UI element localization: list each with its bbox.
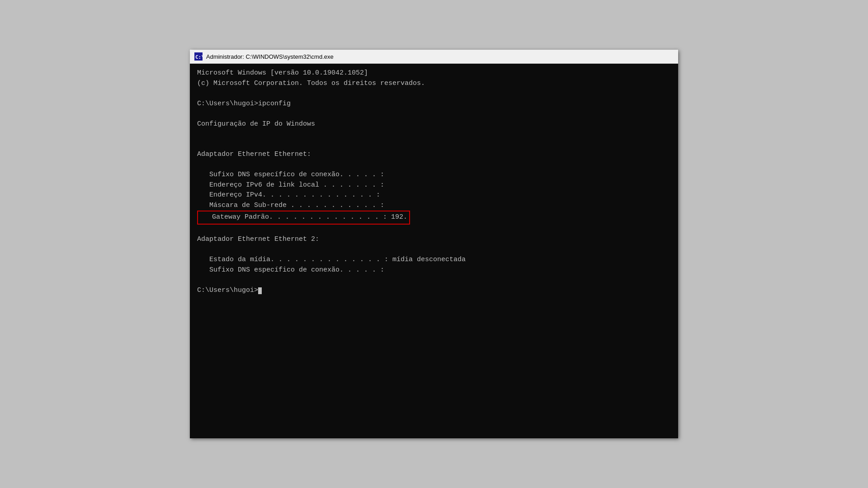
terminal-body[interactable]: Microsoft Windows [versão 10.0.19042.105… (190, 64, 678, 438)
terminal-line: Adaptador Ethernet Ethernet: (197, 150, 671, 160)
terminal-line: Gateway Padrão. . . . . . . . . . . . . … (197, 211, 671, 225)
terminal-line (197, 245, 671, 255)
terminal-line: Endereço IPv6 de link local . . . . . . … (197, 180, 671, 191)
terminal-line: Configuração de IP do Windows (197, 119, 671, 130)
window-title: Administrador: C:\WINDOWS\system32\cmd.e… (206, 53, 334, 60)
terminal-line (197, 160, 671, 170)
terminal-line: C:\Users\hugoi>ipconfig (197, 99, 671, 109)
svg-text:C:\: C:\ (195, 54, 203, 60)
terminal-line (197, 89, 671, 99)
cmd-window: C:\ Administrador: C:\WINDOWS\system32\c… (190, 50, 678, 438)
terminal-line (197, 275, 671, 286)
terminal-line: Endereço IPv4. . . . . . . . . . . . . .… (197, 190, 671, 201)
terminal-line: Sufixo DNS específico de conexão. . . . … (197, 170, 671, 180)
terminal-line: Adaptador Ethernet Ethernet 2: (197, 235, 671, 245)
terminal-line: C:\Users\hugoi> (197, 286, 671, 296)
terminal-line (197, 225, 671, 235)
terminal-line: Máscara de Sub-rede . . . . . . . . . . … (197, 201, 671, 211)
terminal-line (197, 129, 671, 140)
terminal-line: Sufixo DNS específico de conexão. . . . … (197, 265, 671, 276)
cmd-icon: C:\ (194, 52, 203, 61)
terminal-line: Microsoft Windows [versão 10.0.19042.105… (197, 68, 671, 79)
terminal-line (197, 140, 671, 150)
highlighted-gateway-line: Gateway Padrão. . . . . . . . . . . . . … (197, 211, 410, 225)
terminal-line: (c) Microsoft Corporation. Todos os dire… (197, 79, 671, 89)
terminal-line: Estado da mídia. . . . . . . . . . . . .… (197, 255, 671, 265)
terminal-cursor (258, 287, 262, 294)
terminal-line (197, 109, 671, 119)
title-bar: C:\ Administrador: C:\WINDOWS\system32\c… (190, 50, 678, 64)
